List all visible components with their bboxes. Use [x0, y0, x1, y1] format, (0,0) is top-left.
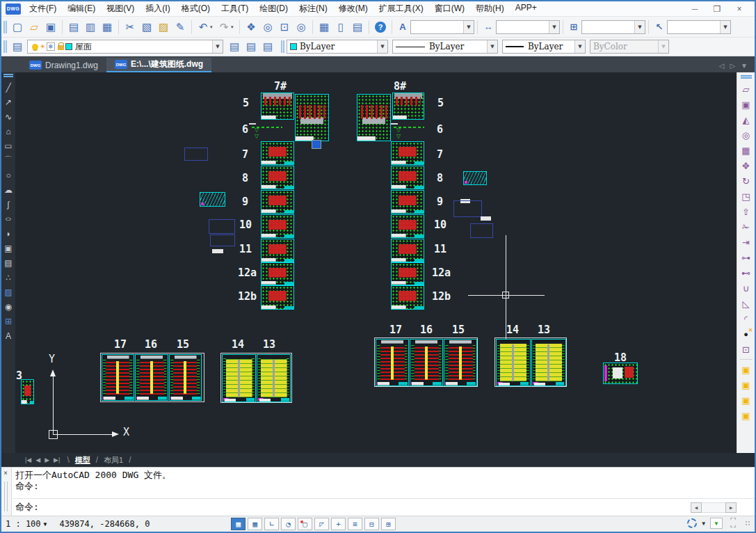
drawing-entity-tower-red[interactable] — [135, 354, 168, 401]
menu-item-9[interactable]: 扩展工具(X) — [373, 1, 429, 16]
menu-item-11[interactable]: 帮助(H) — [470, 1, 510, 16]
menu-item-7[interactable]: 标注(N) — [293, 1, 333, 16]
canvas-text-label[interactable]: 17 — [389, 324, 402, 336]
text-style-combo[interactable]: ▼ — [410, 20, 474, 34]
drawing-entity-navy[interactable] — [184, 148, 208, 161]
print-button[interactable]: ▤ — [65, 19, 82, 35]
unlock-icon[interactable] — [58, 45, 64, 50]
toolbar-grip[interactable] — [3, 74, 13, 77]
print-preview-button[interactable]: ▥ — [82, 19, 99, 35]
scroll-left-icon[interactable]: ◀ — [691, 502, 702, 513]
selection-cycling-toggle[interactable]: ⊞ — [381, 518, 396, 530]
menu-item-2[interactable]: 视图(V) — [101, 1, 140, 16]
rotate-button[interactable]: ↻ — [739, 173, 754, 189]
drawing-entity-grip[interactable] — [312, 140, 321, 149]
gear-icon[interactable] — [687, 518, 697, 528]
drawing-entity-floor[interactable] — [261, 239, 294, 262]
close-button[interactable]: × — [730, 3, 749, 15]
canvas-text-label[interactable]: 10 — [434, 219, 447, 231]
break-button[interactable]: ⊷ — [739, 265, 754, 280]
toolbar-grip[interactable] — [3, 40, 7, 53]
gear-dropdown-icon[interactable]: ▼ — [702, 520, 705, 527]
drawing-entity-tower-red[interactable] — [444, 339, 477, 386]
sheet-nav-0[interactable]: |◀ — [25, 456, 31, 463]
bulb-on-icon[interactable] — [32, 44, 38, 50]
osnap-toggle[interactable]: ▢ — [298, 518, 312, 530]
table-style-combo[interactable]: ▼ — [581, 20, 645, 34]
fullscreen-icon[interactable]: ⌜⌝⌞⌟ — [727, 518, 739, 529]
canvas-text-label[interactable]: 8 — [242, 173, 248, 184]
copy-clip-button[interactable]: ▧ — [138, 19, 155, 35]
layer-previous-button[interactable]: ▤ — [243, 38, 259, 55]
tab-scroll-right-button[interactable]: ▷ — [730, 62, 735, 70]
canvas-text-label[interactable]: 14 — [506, 324, 519, 336]
arc-tool[interactable]: ⌒ — [2, 153, 15, 168]
canvas-text-label[interactable]: 8 — [437, 173, 443, 184]
drawing-entity-floor[interactable] — [261, 141, 294, 165]
drawing-entity-roof[interactable] — [463, 171, 487, 185]
canvas-text-label[interactable]: 12a — [238, 267, 257, 279]
scale-button[interactable]: ◳ — [739, 189, 754, 204]
canvas-text-label[interactable]: 17 — [114, 339, 127, 351]
menu-item-6[interactable]: 绘图(D) — [254, 1, 293, 16]
send-to-back-button[interactable]: ▣ — [739, 377, 754, 392]
properties-palette-button[interactable]: ▯ — [332, 19, 349, 35]
extend-button[interactable]: ⇥ — [739, 234, 754, 250]
canvas-text-label[interactable]: 7# — [274, 81, 287, 93]
move-button[interactable]: ✥ — [739, 158, 754, 173]
canvas-text-label[interactable]: 12b — [238, 291, 257, 303]
drawing-entity-floor[interactable] — [261, 190, 294, 214]
drawing-entity-plan18[interactable] — [603, 363, 638, 384]
drawing-entity-floor[interactable] — [261, 285, 294, 310]
drawing-entity-floor[interactable] — [261, 262, 294, 285]
sheet-nav-1[interactable]: ◀ — [35, 456, 40, 463]
circle-tool[interactable]: ○ — [2, 168, 15, 182]
canvas-text-label[interactable]: 7 — [437, 149, 443, 161]
canvas-text-label[interactable]: 11 — [239, 244, 252, 255]
resize-grip[interactable] — [745, 520, 750, 526]
canvas-text-label[interactable]: 10 — [239, 219, 252, 231]
drawing-entity-floor[interactable] — [391, 214, 424, 238]
ortho-toggle[interactable]: ∟ — [264, 518, 279, 530]
array-button[interactable]: ▦ — [739, 143, 754, 158]
drawing-canvas[interactable]: Y X 7#8#56789101112a12b56789101112a12b17… — [15, 72, 737, 453]
new-button[interactable]: ▢ — [9, 19, 26, 35]
drawing-entity-floor[interactable] — [391, 262, 424, 285]
trim-button[interactable]: ✁ — [739, 219, 754, 234]
canvas-text-label[interactable]: 5 — [243, 97, 249, 109]
drawing-entity-annot[interactable] — [249, 122, 285, 135]
menu-item-0[interactable]: 文件(F) — [24, 1, 62, 16]
send-under-objects-button[interactable]: ▣ — [739, 408, 754, 423]
menu-item-10[interactable]: 窗口(W) — [429, 1, 470, 16]
layer-properties-button[interactable]: ▤ — [9, 38, 26, 55]
canvas-text-label[interactable]: 12b — [432, 291, 451, 303]
sheet-nav-2[interactable]: ▶ — [45, 456, 49, 463]
fillet-button[interactable]: ◜ — [739, 311, 754, 326]
bring-above-objects-button[interactable]: ▣ — [739, 392, 754, 408]
grid-toggle[interactable]: ▦ — [248, 518, 262, 530]
rectangle-tool[interactable]: ▭ — [2, 138, 15, 153]
canvas-text-label[interactable]: 6 — [437, 124, 443, 136]
layout-tab-布局1[interactable]: 布局1 — [99, 454, 127, 466]
color-combo[interactable]: ByLayer ▼ — [287, 40, 388, 54]
ellipse-tool[interactable]: ○ — [2, 212, 15, 226]
color-combo-dropdown[interactable]: ▼ — [377, 40, 387, 53]
drawing-entity-tower-red[interactable] — [102, 354, 134, 401]
mleader-style-icon[interactable]: ↖ — [652, 19, 667, 35]
drawing-entity-navy[interactable] — [209, 219, 235, 234]
canvas-text-label[interactable]: 15 — [452, 324, 465, 336]
menu-item-5[interactable]: 工具(T) — [216, 1, 254, 16]
menu-item-4[interactable]: 格式(O) — [176, 1, 216, 16]
construction-line-tool[interactable]: ↗ — [2, 95, 15, 109]
copy-button[interactable]: ▣ — [739, 97, 754, 112]
toolbar-grip[interactable] — [281, 40, 284, 53]
document-tab-0[interactable]: DWGDrawing1.dwg — [21, 58, 106, 72]
mtext-tool[interactable]: A — [2, 328, 15, 343]
minimize-button[interactable]: ─ — [685, 3, 705, 15]
canvas-text-label[interactable]: 13 — [538, 324, 550, 336]
scrollbar-track[interactable] — [702, 502, 725, 513]
make-object-layer-current-button[interactable]: ▤ — [226, 38, 243, 55]
drawing-entity-floor[interactable] — [21, 379, 34, 404]
drawing-entity-tower-red[interactable] — [169, 354, 202, 401]
linetype-combo[interactable]: ByLayer ▼ — [392, 40, 498, 54]
